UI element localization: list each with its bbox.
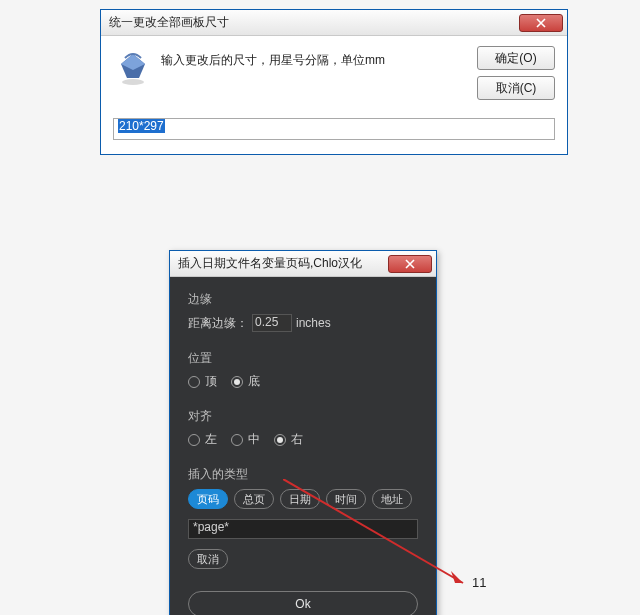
margin-input[interactable]: 0.25 [252,314,292,332]
dialog-message: 输入更改后的尺寸，用星号分隔，单位mm [161,46,469,69]
info-icon [113,46,153,90]
radio-label: 底 [248,373,260,390]
pill-date[interactable]: 日期 [280,489,320,509]
align-label: 对齐 [188,408,418,425]
expression-input[interactable]: *page* [188,519,418,539]
radio-label: 中 [248,431,260,448]
radio-label: 右 [291,431,303,448]
titlebar[interactable]: 统一更改全部画板尺寸 [101,10,567,36]
margin-unit: inches [296,316,331,330]
pill-total[interactable]: 总页 [234,489,274,509]
margin-label: 边缘 [188,291,418,308]
position-group: 位置 顶 底 [188,350,418,390]
pill-page[interactable]: 页码 [188,489,228,509]
insert-type-label: 插入的类型 [188,466,418,483]
position-radio-bottom[interactable]: 底 [231,373,260,390]
ok-button[interactable]: 确定(O) [477,46,555,70]
position-radio-top[interactable]: 顶 [188,373,217,390]
svg-marker-2 [447,571,463,583]
radio-label: 顶 [205,373,217,390]
size-input-value: 210*297 [118,119,165,133]
align-group: 对齐 左 中 右 [188,408,418,448]
insert-type-pills: 页码 总页 日期 时间 地址 文件名 [188,489,418,509]
ok-button[interactable]: Ok [188,591,418,615]
cancel-button[interactable]: 取消(C) [477,76,555,100]
margin-group: 边缘 距离边缘： 0.25 inches [188,291,418,332]
position-radios: 顶 底 [188,373,418,390]
align-radio-center[interactable]: 中 [231,431,260,448]
insert-variable-dialog: 插入日期文件名变量页码,Chlo汉化 边缘 距离边缘： 0.25 inches … [169,250,437,615]
margin-field-label: 距离边缘： [188,315,248,332]
dialog-title: 插入日期文件名变量页码,Chlo汉化 [178,255,388,272]
pill-time[interactable]: 时间 [326,489,366,509]
close-icon [536,18,546,28]
align-radios: 左 中 右 [188,431,418,448]
close-button[interactable] [388,255,432,273]
insert-type-group: 插入的类型 页码 总页 日期 时间 地址 文件名 *page* 取消 [188,466,418,569]
resize-artboards-dialog: 统一更改全部画板尺寸 输入更改后的尺寸，用星号分隔，单位mm 确定(O) 取消(… [100,9,568,155]
align-radio-left[interactable]: 左 [188,431,217,448]
dialog-body: 输入更改后的尺寸，用星号分隔，单位mm 确定(O) 取消(C) 210*297 [101,36,567,154]
radio-label: 左 [205,431,217,448]
dialog-body: 边缘 距离边缘： 0.25 inches 位置 顶 底 对齐 左 中 右 插入的… [170,277,436,615]
titlebar[interactable]: 插入日期文件名变量页码,Chlo汉化 [170,251,436,277]
cancel-button[interactable]: 取消 [188,549,228,569]
position-label: 位置 [188,350,418,367]
pill-path[interactable]: 地址 [372,489,412,509]
size-input[interactable]: 210*297 [113,118,555,140]
svg-point-0 [122,79,144,85]
page-number: 11 [472,575,486,590]
close-button[interactable] [519,14,563,32]
align-radio-right[interactable]: 右 [274,431,303,448]
dialog-title: 统一更改全部画板尺寸 [109,14,519,31]
close-icon [405,259,415,269]
